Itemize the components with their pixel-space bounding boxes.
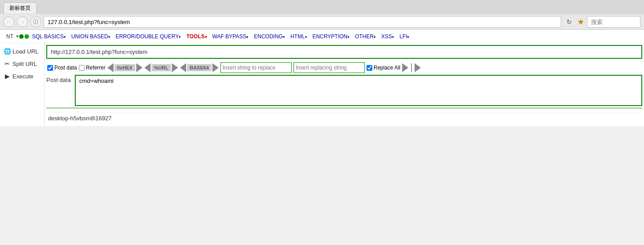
base64-encode-group: BASE64 bbox=[180, 63, 219, 72]
replace-all-checkbox-label[interactable]: Replace All bbox=[367, 65, 400, 71]
hex-label[interactable]: 0xHEX bbox=[114, 64, 135, 71]
menu-item-encryption[interactable]: ENCRYPTION▾ bbox=[310, 33, 352, 41]
sidebar-item-load-url[interactable]: 🌐 Load URL bbox=[0, 45, 44, 57]
execute-icon: ▶ bbox=[4, 73, 11, 80]
load-url-icon: 🌐 bbox=[4, 48, 11, 55]
menu-item-encoding[interactable]: ENCODING▾ bbox=[251, 33, 288, 41]
post-data-row: Post data cmd=whoami bbox=[46, 75, 642, 106]
post-data-section-label: Post data bbox=[46, 75, 73, 83]
output-area: desktop-h5vbsm8\16927 bbox=[46, 112, 642, 124]
menu-item-nt[interactable]: NT bbox=[4, 33, 16, 41]
url-label[interactable]: %URL bbox=[151, 64, 171, 71]
refresh-button[interactable]: ↻ bbox=[564, 16, 575, 27]
content-divider bbox=[46, 108, 642, 108]
replacing-string-input[interactable] bbox=[293, 62, 365, 73]
forward-button[interactable]: → bbox=[17, 16, 28, 27]
hex-encode-group: 0xHEX bbox=[107, 63, 143, 72]
back-button[interactable]: ← bbox=[4, 16, 14, 27]
address-bar-row: ← → ⓘ ↻ ★ bbox=[0, 14, 644, 29]
main-content: Post data Referrer 0xHEX %URL bbox=[45, 43, 644, 126]
url-bar-container bbox=[46, 45, 642, 59]
browser-tab[interactable]: 新标签页 bbox=[4, 2, 37, 14]
referrer-label: Referrer bbox=[86, 65, 106, 71]
sidebar: 🌐 Load URL ✂ Split URL ▶ Execute bbox=[0, 43, 45, 126]
menu-item-tools[interactable]: TOOLS▾ bbox=[183, 33, 209, 41]
sidebar-item-label-execute: Execute bbox=[12, 73, 33, 80]
url-encode-group: %URL bbox=[144, 63, 178, 72]
tab-bar: 新标签页 bbox=[0, 0, 644, 14]
status-dot-2 bbox=[24, 34, 29, 39]
replace-execute-arrow-2[interactable] bbox=[415, 63, 421, 72]
replace-all-label: Replace All bbox=[374, 65, 400, 71]
hex-decode-arrow[interactable] bbox=[107, 63, 114, 72]
info-button[interactable]: ⓘ bbox=[30, 16, 41, 27]
menu-bar: NT ▾ SQL BASICS▾ UNION BASED▾ ERROR/DOUB… bbox=[0, 30, 644, 43]
menu-item-waf-bypass[interactable]: WAF BYPASS▾ bbox=[210, 33, 252, 41]
sidebar-item-label-load-url: Load URL bbox=[12, 48, 39, 55]
sidebar-item-split-url[interactable]: ✂ Split URL bbox=[0, 57, 44, 70]
url-encode-arrow[interactable] bbox=[172, 63, 178, 72]
sidebar-item-execute[interactable]: ▶ Execute bbox=[0, 70, 44, 82]
url-decode-arrow[interactable] bbox=[144, 63, 151, 72]
menu-item-lfi[interactable]: LFI▾ bbox=[397, 33, 412, 41]
status-dot-1 bbox=[19, 34, 24, 39]
post-data-label: Post data bbox=[54, 65, 77, 71]
post-data-textarea[interactable]: cmd=whoami bbox=[75, 75, 642, 106]
menu-item-xss[interactable]: XSS▾ bbox=[379, 33, 397, 41]
base64-encode-arrow[interactable] bbox=[212, 63, 219, 72]
referrer-checkbox-label[interactable]: Referrer bbox=[79, 65, 106, 71]
base64-decode-arrow[interactable] bbox=[180, 63, 186, 72]
address-input[interactable] bbox=[44, 16, 561, 28]
menu-item-union-based[interactable]: UNION BASED▾ bbox=[69, 33, 113, 41]
menu-item-sql-basics[interactable]: SQL BASICS▾ bbox=[29, 33, 69, 41]
referrer-checkbox[interactable] bbox=[79, 65, 85, 71]
toolbar-row: Post data Referrer 0xHEX %URL bbox=[46, 61, 642, 75]
split-url-icon: ✂ bbox=[4, 60, 11, 67]
browser-chrome: 新标签页 ← → ⓘ ↻ ★ bbox=[0, 0, 644, 30]
app-container: NT ▾ SQL BASICS▾ UNION BASED▾ ERROR/DOUB… bbox=[0, 30, 644, 126]
menu-item-html[interactable]: HTML▾ bbox=[288, 33, 310, 41]
output-text: desktop-h5vbsm8\16927 bbox=[48, 115, 111, 122]
search-input[interactable] bbox=[587, 16, 640, 28]
post-data-checkbox[interactable] bbox=[47, 65, 53, 71]
content-area: 🌐 Load URL ✂ Split URL ▶ Execute bbox=[0, 43, 644, 126]
toolbar-divider bbox=[411, 63, 412, 72]
replace-execute-arrow[interactable] bbox=[402, 63, 408, 72]
url-input[interactable] bbox=[47, 46, 641, 58]
base64-label[interactable]: BASE64 bbox=[187, 64, 212, 71]
hex-encode-arrow[interactable] bbox=[136, 63, 143, 72]
browser-icons: ★ bbox=[577, 17, 584, 27]
replace-string-input[interactable] bbox=[220, 62, 292, 73]
post-data-checkbox-label[interactable]: Post data bbox=[47, 65, 77, 71]
replace-all-checkbox[interactable] bbox=[367, 65, 372, 71]
menu-item-error-double[interactable]: ERROR/DOUBLE QUERY▾ bbox=[113, 33, 184, 41]
bookmark-icon: ★ bbox=[577, 17, 584, 27]
menu-item-other[interactable]: OTHER▾ bbox=[352, 33, 379, 41]
sidebar-item-label-split-url: Split URL bbox=[12, 61, 37, 67]
